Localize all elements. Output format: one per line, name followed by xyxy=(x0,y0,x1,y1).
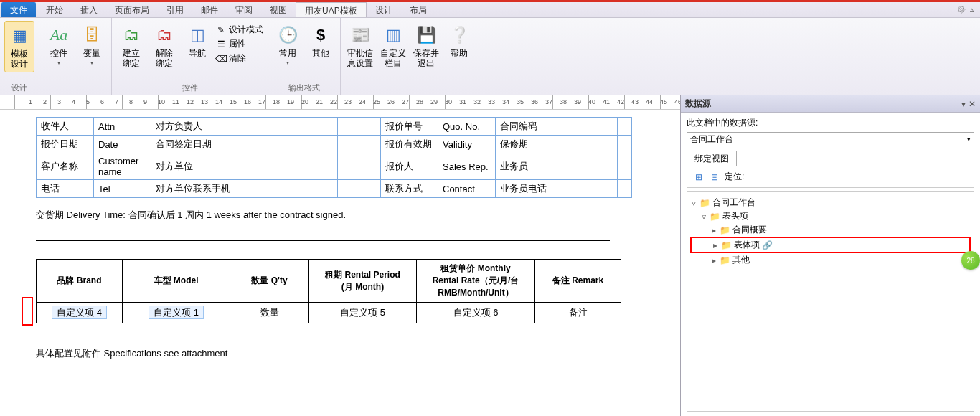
font-icon: Aa xyxy=(47,24,70,47)
bind-remove-button[interactable]: 🗂 解除 绑定 xyxy=(149,21,179,68)
table-cell[interactable] xyxy=(338,136,381,153)
panel-close-icon[interactable]: ✕ xyxy=(969,99,976,109)
tree-item[interactable]: ▿📁合同工作台 xyxy=(690,196,971,209)
table-cell[interactable]: 联系方式 xyxy=(381,180,438,198)
bind-create-button[interactable]: 🗂 建立 绑定 xyxy=(116,21,146,68)
tree-twisty-icon[interactable]: ▸ xyxy=(710,225,717,235)
items-table[interactable]: 品牌 Brand车型 Model数量 Q'ty租期 Rental Period … xyxy=(36,259,621,323)
table-cell[interactable]: 合同签定日期 xyxy=(151,136,338,153)
table-cell[interactable] xyxy=(618,136,632,153)
props-icon: ☰ xyxy=(215,39,227,50)
common-fmt-button[interactable]: 🕒 常用▾ xyxy=(273,21,303,66)
design-mode-button[interactable]: ✎设计模式 xyxy=(215,24,263,36)
table-cell[interactable]: 报价人 xyxy=(381,153,438,180)
tree-item[interactable]: ▸📁表体项 🔗 xyxy=(690,237,971,253)
table-cell[interactable]: 合同编码 xyxy=(496,118,618,136)
save-exit-button[interactable]: 💾 保存并 退出 xyxy=(411,21,441,68)
table-cell[interactable] xyxy=(338,180,381,198)
tree-item[interactable]: ▿📁表头项 xyxy=(690,209,971,223)
table-cell[interactable] xyxy=(618,180,632,198)
clear-button[interactable]: ⌫清除 xyxy=(215,52,263,65)
properties-button[interactable]: ☰属性 xyxy=(215,38,263,50)
custom-columns-button[interactable]: ▥ 自定义 栏目 xyxy=(378,21,408,68)
menu-tab-2[interactable]: 页面布局 xyxy=(106,2,158,17)
nav-button[interactable]: ◫ 导航 xyxy=(182,21,212,58)
columns-icon: ▥ xyxy=(382,24,405,47)
bind-view-tab[interactable]: 绑定视图 xyxy=(687,151,737,166)
menu-tab-7[interactable]: 用友UAP模板 xyxy=(296,2,367,17)
table-cell[interactable]: 自定义项 4 xyxy=(37,303,123,323)
table-cell[interactable]: 对方单位 xyxy=(151,153,338,180)
menu-bar: 文件 开始 插入 页面布局 引用 邮件 审阅 视图 用友UAP模板 设计 布局 … xyxy=(0,2,980,18)
help-icon: ❔ xyxy=(448,24,471,47)
tree-item[interactable]: ▸📁合同概要 xyxy=(690,223,971,237)
table-cell[interactable]: Attn xyxy=(94,118,151,136)
table-cell[interactable] xyxy=(618,118,632,136)
template-icon: ▦ xyxy=(8,24,31,47)
table-cell[interactable]: Validity xyxy=(438,136,496,153)
table-cell[interactable]: Contact xyxy=(438,180,496,198)
table-cell[interactable]: 电话 xyxy=(37,180,94,198)
table-cell[interactable]: 收件人 xyxy=(37,118,94,136)
window-help-icon[interactable]: ۞ xyxy=(958,5,966,14)
table-cell[interactable]: 报价单号 xyxy=(381,118,438,136)
collapse-icon[interactable]: ⊟ xyxy=(709,171,720,183)
variables-button[interactable]: 🗄 变量▾ xyxy=(77,21,107,66)
datasource-tree[interactable]: ▿📁合同工作台▿📁表头项▸📁合同概要▸📁表体项 🔗▸📁其他 xyxy=(687,191,974,412)
menu-tab-5[interactable]: 审阅 xyxy=(227,2,261,17)
field-tag[interactable]: 自定义项 1 xyxy=(149,306,204,319)
table-cell[interactable]: Date xyxy=(94,136,151,153)
other-fmt-button[interactable]: $ 其他 xyxy=(306,21,336,58)
table-cell[interactable] xyxy=(338,118,381,136)
tree-twisty-icon[interactable]: ▿ xyxy=(700,212,707,222)
document-area[interactable]: 1234567891011121314151617181920212223242… xyxy=(0,95,680,416)
menu-tab-4[interactable]: 邮件 xyxy=(192,2,227,17)
folder-icon: 📁 xyxy=(721,240,732,250)
menu-file[interactable]: 文件 xyxy=(1,2,36,17)
table-cell[interactable]: 备注 xyxy=(535,303,621,323)
group-label-controls: 控件 xyxy=(182,81,198,95)
field-tag[interactable]: 自定义项 4 xyxy=(52,306,107,319)
table-cell[interactable]: Customer name xyxy=(94,153,151,180)
table-cell[interactable]: 自定义项 1 xyxy=(123,303,230,323)
template-design-button[interactable]: ▦ 模板 设计 xyxy=(4,21,34,72)
table-cell[interactable]: 数量 xyxy=(230,303,309,323)
group-label-design: 设计 xyxy=(11,81,27,95)
table-cell[interactable]: 报价日期 xyxy=(37,136,94,153)
tree-twisty-icon[interactable]: ▸ xyxy=(710,255,717,265)
notification-bubble[interactable]: 28 xyxy=(961,251,980,270)
table-cell[interactable]: Tel xyxy=(94,180,151,198)
window-minimize-icon[interactable]: ▵ xyxy=(970,5,974,14)
menu-tab-0[interactable]: 开始 xyxy=(37,2,72,17)
menu-tab-1[interactable]: 插入 xyxy=(72,2,106,17)
controls-button[interactable]: Aa 控件▾ xyxy=(44,21,74,66)
folder-icon: 📁 xyxy=(710,212,720,222)
table-cell[interactable]: 报价有效期 xyxy=(381,136,438,153)
table-cell[interactable]: 保修期 xyxy=(496,136,618,153)
datasource-combo[interactable]: 合同工作台▾ xyxy=(687,132,974,146)
tree-twisty-icon[interactable]: ▸ xyxy=(712,240,719,250)
menu-tab-9[interactable]: 布局 xyxy=(401,2,435,17)
menu-tab-3[interactable]: 引用 xyxy=(158,2,192,17)
table-cell[interactable]: Quo. No. xyxy=(438,118,496,136)
table-cell[interactable]: 对方单位联系手机 xyxy=(151,180,338,198)
table-cell[interactable]: 业务员 xyxy=(496,153,618,180)
tree-item[interactable]: ▸📁其他 xyxy=(690,253,971,267)
menu-tab-6[interactable]: 视图 xyxy=(261,2,296,17)
table-cell[interactable]: 对方负责人 xyxy=(151,118,338,136)
table-cell[interactable]: 业务员电话 xyxy=(496,180,618,198)
table-cell[interactable]: 自定义项 6 xyxy=(417,303,535,323)
quote-info-table[interactable]: 收件人Attn对方负责人报价单号Quo. No.合同编码报价日期Date合同签定… xyxy=(36,117,632,198)
table-cell[interactable]: 自定义项 5 xyxy=(309,303,417,323)
panel-dropdown-icon[interactable]: ▾ xyxy=(961,99,966,109)
table-cell[interactable] xyxy=(618,153,632,180)
table-cell[interactable]: Sales Rep. xyxy=(438,153,496,180)
menu-tab-8[interactable]: 设计 xyxy=(367,2,401,17)
table-cell[interactable]: 客户名称 xyxy=(37,153,94,180)
approval-settings-button[interactable]: 📰 审批信 息设置 xyxy=(345,21,375,68)
group-label-output: 输出格式 xyxy=(288,81,320,95)
table-cell[interactable] xyxy=(338,153,381,180)
expand-icon[interactable]: ⊞ xyxy=(693,171,705,183)
help-button[interactable]: ❔ 帮助 xyxy=(444,21,474,58)
tree-twisty-icon[interactable]: ▿ xyxy=(690,198,697,208)
